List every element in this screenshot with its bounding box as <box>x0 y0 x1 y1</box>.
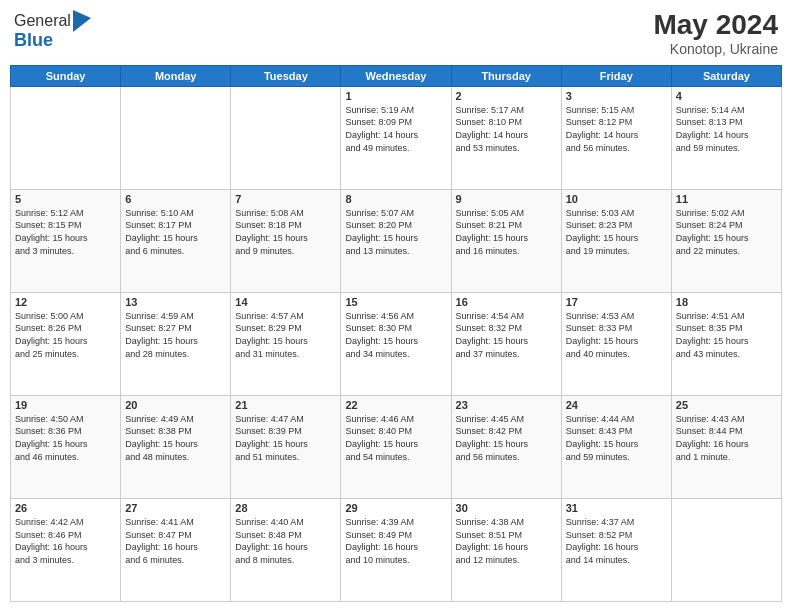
calendar-cell: 16Sunrise: 4:54 AMSunset: 8:32 PMDayligh… <box>451 292 561 395</box>
col-tuesday: Tuesday <box>231 65 341 86</box>
calendar-cell <box>671 498 781 601</box>
day-info: Sunrise: 4:38 AMSunset: 8:51 PMDaylight:… <box>456 516 557 566</box>
calendar-cell: 6Sunrise: 5:10 AMSunset: 8:17 PMDaylight… <box>121 189 231 292</box>
location: Konotop, Ukraine <box>653 41 778 57</box>
day-number: 22 <box>345 399 446 411</box>
calendar-cell: 20Sunrise: 4:49 AMSunset: 8:38 PMDayligh… <box>121 395 231 498</box>
col-monday: Monday <box>121 65 231 86</box>
day-number: 19 <box>15 399 116 411</box>
day-number: 21 <box>235 399 336 411</box>
day-info: Sunrise: 4:49 AMSunset: 8:38 PMDaylight:… <box>125 413 226 463</box>
calendar-week-4: 19Sunrise: 4:50 AMSunset: 8:36 PMDayligh… <box>11 395 782 498</box>
day-info: Sunrise: 5:17 AMSunset: 8:10 PMDaylight:… <box>456 104 557 154</box>
calendar-cell: 1Sunrise: 5:19 AMSunset: 8:09 PMDaylight… <box>341 86 451 189</box>
day-info: Sunrise: 4:46 AMSunset: 8:40 PMDaylight:… <box>345 413 446 463</box>
day-number: 15 <box>345 296 446 308</box>
day-number: 27 <box>125 502 226 514</box>
day-info: Sunrise: 5:12 AMSunset: 8:15 PMDaylight:… <box>15 207 116 257</box>
calendar-cell: 29Sunrise: 4:39 AMSunset: 8:49 PMDayligh… <box>341 498 451 601</box>
col-friday: Friday <box>561 65 671 86</box>
day-number: 24 <box>566 399 667 411</box>
calendar-cell: 9Sunrise: 5:05 AMSunset: 8:21 PMDaylight… <box>451 189 561 292</box>
calendar-cell: 21Sunrise: 4:47 AMSunset: 8:39 PMDayligh… <box>231 395 341 498</box>
calendar: Sunday Monday Tuesday Wednesday Thursday… <box>10 65 782 602</box>
col-sunday: Sunday <box>11 65 121 86</box>
page: General Blue May 2024 Konotop, Ukraine S… <box>0 0 792 612</box>
day-info: Sunrise: 4:51 AMSunset: 8:35 PMDaylight:… <box>676 310 777 360</box>
header: General Blue May 2024 Konotop, Ukraine <box>10 10 782 57</box>
calendar-cell: 7Sunrise: 5:08 AMSunset: 8:18 PMDaylight… <box>231 189 341 292</box>
day-number: 6 <box>125 193 226 205</box>
calendar-cell <box>11 86 121 189</box>
day-info: Sunrise: 5:15 AMSunset: 8:12 PMDaylight:… <box>566 104 667 154</box>
day-number: 12 <box>15 296 116 308</box>
day-info: Sunrise: 5:19 AMSunset: 8:09 PMDaylight:… <box>345 104 446 154</box>
day-number: 4 <box>676 90 777 102</box>
day-info: Sunrise: 4:41 AMSunset: 8:47 PMDaylight:… <box>125 516 226 566</box>
logo-blue-text: Blue <box>14 30 53 51</box>
day-info: Sunrise: 4:59 AMSunset: 8:27 PMDaylight:… <box>125 310 226 360</box>
day-info: Sunrise: 4:45 AMSunset: 8:42 PMDaylight:… <box>456 413 557 463</box>
day-number: 26 <box>15 502 116 514</box>
day-info: Sunrise: 5:07 AMSunset: 8:20 PMDaylight:… <box>345 207 446 257</box>
day-number: 14 <box>235 296 336 308</box>
calendar-header-row: Sunday Monday Tuesday Wednesday Thursday… <box>11 65 782 86</box>
day-info: Sunrise: 4:50 AMSunset: 8:36 PMDaylight:… <box>15 413 116 463</box>
calendar-cell: 27Sunrise: 4:41 AMSunset: 8:47 PMDayligh… <box>121 498 231 601</box>
calendar-cell: 23Sunrise: 4:45 AMSunset: 8:42 PMDayligh… <box>451 395 561 498</box>
calendar-cell <box>231 86 341 189</box>
day-number: 2 <box>456 90 557 102</box>
day-info: Sunrise: 5:02 AMSunset: 8:24 PMDaylight:… <box>676 207 777 257</box>
calendar-cell: 15Sunrise: 4:56 AMSunset: 8:30 PMDayligh… <box>341 292 451 395</box>
day-number: 20 <box>125 399 226 411</box>
day-number: 8 <box>345 193 446 205</box>
day-number: 3 <box>566 90 667 102</box>
calendar-cell: 4Sunrise: 5:14 AMSunset: 8:13 PMDaylight… <box>671 86 781 189</box>
day-info: Sunrise: 5:08 AMSunset: 8:18 PMDaylight:… <box>235 207 336 257</box>
calendar-cell: 10Sunrise: 5:03 AMSunset: 8:23 PMDayligh… <box>561 189 671 292</box>
day-info: Sunrise: 5:14 AMSunset: 8:13 PMDaylight:… <box>676 104 777 154</box>
calendar-cell: 11Sunrise: 5:02 AMSunset: 8:24 PMDayligh… <box>671 189 781 292</box>
calendar-cell: 3Sunrise: 5:15 AMSunset: 8:12 PMDaylight… <box>561 86 671 189</box>
day-number: 23 <box>456 399 557 411</box>
day-info: Sunrise: 4:44 AMSunset: 8:43 PMDaylight:… <box>566 413 667 463</box>
logo: General Blue <box>14 10 91 51</box>
day-number: 5 <box>15 193 116 205</box>
day-info: Sunrise: 4:54 AMSunset: 8:32 PMDaylight:… <box>456 310 557 360</box>
col-thursday: Thursday <box>451 65 561 86</box>
calendar-cell: 2Sunrise: 5:17 AMSunset: 8:10 PMDaylight… <box>451 86 561 189</box>
calendar-cell: 18Sunrise: 4:51 AMSunset: 8:35 PMDayligh… <box>671 292 781 395</box>
day-info: Sunrise: 4:56 AMSunset: 8:30 PMDaylight:… <box>345 310 446 360</box>
calendar-week-5: 26Sunrise: 4:42 AMSunset: 8:46 PMDayligh… <box>11 498 782 601</box>
calendar-cell: 19Sunrise: 4:50 AMSunset: 8:36 PMDayligh… <box>11 395 121 498</box>
day-info: Sunrise: 4:57 AMSunset: 8:29 PMDaylight:… <box>235 310 336 360</box>
calendar-cell: 5Sunrise: 5:12 AMSunset: 8:15 PMDaylight… <box>11 189 121 292</box>
day-number: 11 <box>676 193 777 205</box>
day-info: Sunrise: 4:39 AMSunset: 8:49 PMDaylight:… <box>345 516 446 566</box>
day-number: 9 <box>456 193 557 205</box>
calendar-cell: 28Sunrise: 4:40 AMSunset: 8:48 PMDayligh… <box>231 498 341 601</box>
calendar-week-1: 1Sunrise: 5:19 AMSunset: 8:09 PMDaylight… <box>11 86 782 189</box>
day-info: Sunrise: 4:43 AMSunset: 8:44 PMDaylight:… <box>676 413 777 463</box>
calendar-cell: 25Sunrise: 4:43 AMSunset: 8:44 PMDayligh… <box>671 395 781 498</box>
logo-icon <box>73 10 91 32</box>
calendar-week-2: 5Sunrise: 5:12 AMSunset: 8:15 PMDaylight… <box>11 189 782 292</box>
day-number: 28 <box>235 502 336 514</box>
day-info: Sunrise: 4:37 AMSunset: 8:52 PMDaylight:… <box>566 516 667 566</box>
logo-general-text: General <box>14 12 71 30</box>
day-info: Sunrise: 4:47 AMSunset: 8:39 PMDaylight:… <box>235 413 336 463</box>
day-info: Sunrise: 5:05 AMSunset: 8:21 PMDaylight:… <box>456 207 557 257</box>
col-saturday: Saturday <box>671 65 781 86</box>
day-number: 10 <box>566 193 667 205</box>
day-number: 25 <box>676 399 777 411</box>
day-number: 18 <box>676 296 777 308</box>
calendar-cell: 26Sunrise: 4:42 AMSunset: 8:46 PMDayligh… <box>11 498 121 601</box>
day-number: 7 <box>235 193 336 205</box>
calendar-cell: 13Sunrise: 4:59 AMSunset: 8:27 PMDayligh… <box>121 292 231 395</box>
col-wednesday: Wednesday <box>341 65 451 86</box>
calendar-cell: 12Sunrise: 5:00 AMSunset: 8:26 PMDayligh… <box>11 292 121 395</box>
month-year: May 2024 <box>653 10 778 41</box>
svg-marker-0 <box>73 10 91 32</box>
day-number: 29 <box>345 502 446 514</box>
calendar-cell <box>121 86 231 189</box>
